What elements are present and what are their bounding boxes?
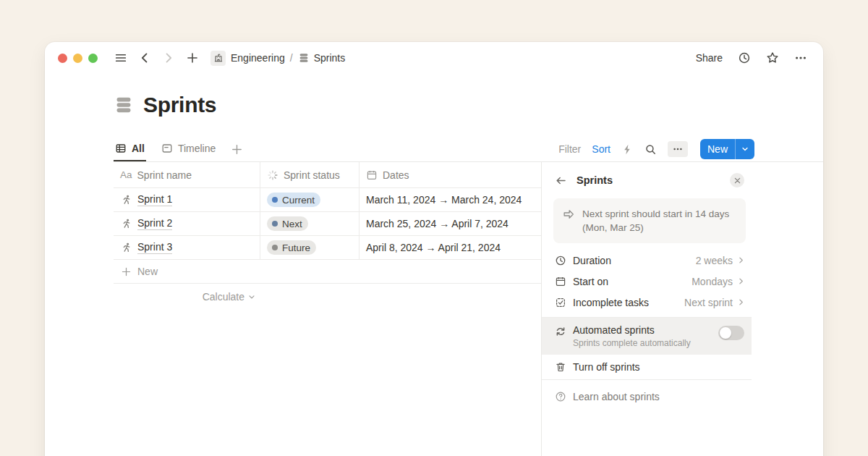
status-cell[interactable]: Future xyxy=(260,236,359,259)
repeat-icon xyxy=(555,326,566,337)
back-arrow-icon[interactable] xyxy=(555,174,567,187)
automated-sprints-label: Automated sprints xyxy=(573,324,691,336)
new-page-button[interactable] xyxy=(186,51,199,64)
calculate-button[interactable]: Calculate xyxy=(114,284,260,310)
plus-icon xyxy=(121,266,132,277)
traffic-light-close[interactable] xyxy=(58,54,67,63)
traffic-light-zoom[interactable] xyxy=(88,54,98,63)
sort-button[interactable]: Sort xyxy=(592,143,610,155)
sprint-name-cell[interactable]: Sprint 1 xyxy=(114,188,260,211)
running-person-icon xyxy=(120,194,132,206)
calendar-icon xyxy=(366,169,378,181)
status-cell[interactable]: Next xyxy=(260,212,359,235)
status-label: Next xyxy=(282,219,302,229)
setting-label: Start on xyxy=(573,276,608,287)
setting-label: Duration xyxy=(573,255,611,266)
column-label: Sprint name xyxy=(137,169,192,181)
new-button[interactable]: New xyxy=(700,139,735,159)
chevron-down-icon xyxy=(741,145,749,153)
sprint-settings-list: Duration 2 weeks Start on Mondays xyxy=(542,250,823,313)
automated-sprints-toggle[interactable] xyxy=(718,326,744,340)
turn-off-sprints-button[interactable]: Turn off sprints xyxy=(555,355,746,379)
desktop-background: Engineering / Sprints Share xyxy=(0,0,868,456)
breadcrumb-page[interactable]: Sprints xyxy=(314,52,346,64)
breadcrumb: Engineering / Sprints xyxy=(210,51,345,66)
chevron-right-icon xyxy=(736,297,746,307)
sprint-name-cell[interactable]: Sprint 3 xyxy=(114,236,260,259)
sprint-name-cell[interactable]: Sprint 2 xyxy=(114,212,260,235)
favorite-star-icon[interactable] xyxy=(766,51,779,64)
tab-timeline-label: Timeline xyxy=(178,143,216,154)
view-toolbar: Filter Sort New xyxy=(558,139,754,159)
chevron-right-icon xyxy=(162,51,175,64)
tab-all[interactable]: All xyxy=(114,137,146,161)
column-label: Dates xyxy=(383,169,409,181)
new-button-group: New xyxy=(700,139,754,159)
calculate-label: Calculate xyxy=(203,291,244,303)
breadcrumb-team[interactable]: Engineering xyxy=(231,52,285,64)
calendar-icon xyxy=(555,276,566,287)
sprints-table: Aa Sprint name Sprint status Dates xyxy=(114,162,542,310)
filter-button[interactable]: Filter xyxy=(558,143,581,155)
date-range: March 11, 2024 → March 24, 2024 xyxy=(366,194,522,206)
setting-incomplete-tasks[interactable]: Incomplete tasks Next sprint xyxy=(555,292,746,313)
forward-button[interactable] xyxy=(162,51,175,64)
question-circle-icon xyxy=(555,391,566,402)
back-button[interactable] xyxy=(138,51,151,64)
traffic-light-minimize[interactable] xyxy=(73,54,82,63)
search-icon[interactable] xyxy=(644,143,657,156)
column-header-sprint-status[interactable]: Sprint status xyxy=(260,162,359,187)
table-grid-icon xyxy=(115,143,127,154)
status-badge[interactable]: Future xyxy=(267,240,316,255)
dates-cell[interactable]: March 11, 2024 → March 24, 2024 xyxy=(359,188,542,211)
view-options-button[interactable] xyxy=(668,141,688,157)
table-header-row: Aa Sprint name Sprint status Dates xyxy=(114,162,542,188)
new-row-button[interactable]: New xyxy=(114,260,542,284)
automated-sprints-sublabel: Sprints complete automatically xyxy=(573,338,691,348)
setting-duration[interactable]: Duration 2 weeks xyxy=(555,250,746,271)
more-ellipsis-icon[interactable] xyxy=(794,51,807,64)
column-header-sprint-name[interactable]: Aa Sprint name xyxy=(114,162,260,187)
automated-sprints-text: Automated sprints Sprints complete autom… xyxy=(573,324,691,348)
add-view-button[interactable] xyxy=(231,143,243,156)
page-title[interactable]: Sprints xyxy=(143,93,216,117)
column-header-dates[interactable]: Dates xyxy=(359,162,542,187)
trash-icon xyxy=(555,361,566,373)
page-header: Sprints xyxy=(114,93,216,117)
setting-value: 2 weeks xyxy=(696,255,733,266)
app-window: Engineering / Sprints Share xyxy=(45,42,823,456)
dates-cell[interactable]: April 8, 2024 → April 21, 2024 xyxy=(359,236,542,259)
dates-cell[interactable]: March 25, 2024 → April 7, 2024 xyxy=(359,212,542,235)
table-row: Sprint 1 Current March 11, 2024 → March … xyxy=(114,188,542,212)
status-label: Future xyxy=(282,242,310,253)
status-badge[interactable]: Next xyxy=(267,216,308,231)
setting-label: Incomplete tasks xyxy=(573,297,649,308)
sidebar-toggle-button[interactable] xyxy=(114,51,127,64)
view-tabs-bar: All Timeline Filter Sort xyxy=(114,137,823,162)
notice-line-1: Next sprint should start in 14 days xyxy=(582,207,729,221)
share-button[interactable]: Share xyxy=(696,52,723,64)
teamspace-icon xyxy=(210,51,226,66)
chevron-right-icon xyxy=(736,276,746,286)
close-icon xyxy=(733,177,741,185)
tab-timeline[interactable]: Timeline xyxy=(160,137,217,161)
sprint-page-link[interactable]: Sprint 1 xyxy=(137,193,172,206)
automated-sprints-row[interactable]: Automated sprints Sprints complete autom… xyxy=(542,318,752,355)
sprint-page-link[interactable]: Sprint 2 xyxy=(137,217,172,230)
setting-start-on[interactable]: Start on Mondays xyxy=(555,271,746,292)
hamburger-icon xyxy=(114,51,127,64)
notice-line-2: (Mon, Mar 25) xyxy=(582,221,729,235)
status-badge[interactable]: Current xyxy=(267,193,320,207)
table-row: Sprint 3 Future April 8, 2024 → April 21… xyxy=(114,236,542,260)
updates-clock-icon[interactable] xyxy=(738,51,751,64)
panel-header: Sprints xyxy=(555,173,744,187)
turn-off-label: Turn off sprints xyxy=(573,361,640,373)
sprint-page-link[interactable]: Sprint 3 xyxy=(137,241,172,254)
status-cell[interactable]: Current xyxy=(260,188,359,211)
close-panel-button[interactable] xyxy=(730,173,744,187)
page-database-icon[interactable] xyxy=(114,95,134,115)
new-dropdown-button[interactable] xyxy=(735,139,754,159)
panel-divider xyxy=(542,379,752,380)
learn-about-sprints-link[interactable]: Learn about sprints xyxy=(555,386,746,408)
automations-bolt-icon[interactable] xyxy=(621,143,634,156)
